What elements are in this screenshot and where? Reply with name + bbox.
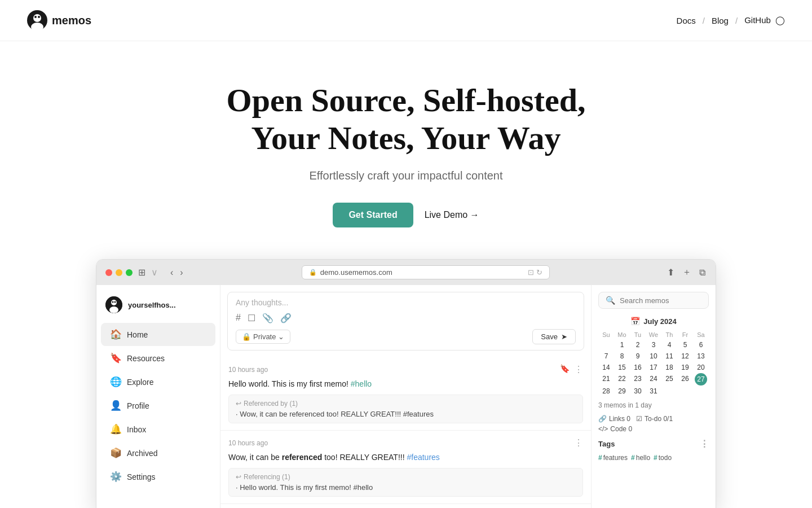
hashtag-button[interactable]: # (236, 313, 241, 323)
nav-sep-1: / (703, 16, 705, 25)
github-icon: ◯ (775, 15, 785, 25)
memo-ref-header: ↩ Referencing (1) (236, 473, 576, 481)
reader-icon: ⊡ ↻ (528, 268, 542, 277)
calendar-day-headers: Su Mo Tu We Th Fr Sa (598, 330, 709, 339)
svg-point-3 (34, 16, 37, 18)
address-text: demo.usememos.com (320, 268, 392, 277)
back-button[interactable]: ‹ (168, 266, 175, 279)
hero-buttons: Get Started Live Demo → (11, 203, 801, 227)
share-button[interactable]: ⬆ (666, 265, 676, 279)
memo-ref-text: · Hello world. This is my first memo! #h… (236, 483, 576, 492)
sidebar-label-resources: Resources (127, 354, 165, 363)
calendar-week-5: 28 29 30 31 (598, 386, 709, 397)
username-label: yourselfhos... (128, 301, 176, 309)
browser-chrome: ⊞ ∨ ‹ › 🔒 demo.usememos.com ⊡ ↻ ⬆ ＋ ⧉ (96, 260, 716, 285)
new-tab-button[interactable]: ＋ (681, 265, 692, 279)
bookmark-icon[interactable]: 🔖 (560, 364, 570, 375)
more-options-icon[interactable]: ⋮ (574, 437, 583, 448)
hero-subtitle: Effortlessly craft your impactful conten… (11, 169, 801, 182)
composer-placeholder: Any thoughts... (236, 298, 576, 307)
memo-meta: 10 hours ago 🔖 ⋮ (228, 364, 583, 375)
sidebar-label-settings: Settings (127, 472, 156, 481)
resources-icon: 🔖 (110, 352, 121, 364)
browser-actions: ⬆ ＋ ⧉ (666, 265, 707, 279)
memo-composer[interactable]: Any thoughts... # ☐ 📎 🔗 🔒 Private ⌄ (227, 292, 584, 351)
browser-wrapper: ⊞ ∨ ‹ › 🔒 demo.usememos.com ⊡ ↻ ⬆ ＋ ⧉ (85, 259, 727, 508)
sidebar-label-inbox: Inbox (127, 425, 146, 434)
sidebar-item-resources[interactable]: 🔖 Resources (101, 347, 215, 370)
cal-info: 🔗 Links 0 ☑ To-do 0/1 </> Code 0 (598, 415, 709, 433)
sidebar-nav: 🏠 Home 🔖 Resources 🌐 Explore 👤 Profile (96, 323, 220, 488)
browser-nav-btns: ‹ › (168, 266, 186, 279)
more-options-icon[interactable]: ⋮ (574, 364, 583, 375)
sidebar-item-explore[interactable]: 🌐 Explore (101, 370, 215, 393)
tag-todo[interactable]: # todo (654, 454, 672, 462)
checkbox-button[interactable]: ☐ (248, 313, 255, 323)
calendar-grid: Su Mo Tu We Th Fr Sa 1 2 3 4 5 (598, 330, 709, 397)
sidebar-item-profile[interactable]: 👤 Profile (101, 394, 215, 417)
link-button[interactable]: 🔗 (280, 313, 292, 323)
logo-icon (27, 10, 47, 30)
calendar-icon: 📅 (630, 317, 640, 326)
hero-section: Open Source, Self-hosted, Your Notes, Yo… (0, 41, 812, 259)
memo-item: 10 hours ago ⋮ Wow, it can be referenced… (220, 431, 591, 504)
nav-docs[interactable]: Docs (677, 16, 696, 25)
memo-actions: 🔖 ⋮ (560, 364, 583, 375)
sidebar-item-settings[interactable]: ⚙️ Settings (101, 465, 215, 488)
calendar-week-3: 14 15 16 17 18 19 20 (598, 362, 709, 373)
main-content: Any thoughts... # ☐ 📎 🔗 🔒 Private ⌄ (220, 285, 592, 508)
sidebar-toggle-button[interactable]: ⊞ (138, 267, 145, 278)
right-panel: 🔍 📅 July 2024 Su Mo Tu We Th Fr Sa (592, 285, 716, 508)
sidebar-item-archived[interactable]: 📦 Archived (101, 441, 215, 465)
settings-icon: ⚙️ (110, 471, 121, 483)
traffic-light-green[interactable] (126, 269, 133, 276)
visibility-label: Private (253, 332, 276, 341)
save-button[interactable]: Save ➤ (532, 329, 576, 344)
memo-item: 10 hours ago 🔖 ⋮ Hello world. This is my… (220, 357, 591, 431)
memo-ref-box: ↩ Referencing (1) · Hello world. This is… (228, 468, 583, 497)
get-started-button[interactable]: Get Started (333, 203, 413, 227)
memo-time: 10 hours ago (228, 439, 268, 447)
calendar-week-2: 7 8 9 10 11 12 13 (598, 351, 709, 362)
tags-header: Tags ⋮ (598, 439, 709, 449)
chevron-icon: ⌄ (278, 332, 284, 341)
calendar-week-4: 21 22 23 24 25 26 27 (598, 373, 709, 386)
tab-overview-button[interactable]: ⧉ (698, 265, 707, 279)
memo-ref-header: ↩ Referenced by (1) (236, 400, 576, 408)
tags-more-icon[interactable]: ⋮ (700, 439, 709, 449)
sidebar-user: yourselfhos... (96, 292, 220, 322)
forward-button[interactable]: › (178, 266, 185, 279)
tags-list: # features # hello # todo (598, 454, 709, 462)
sidebar-item-home[interactable]: 🏠 Home (101, 323, 215, 346)
attachment-button[interactable]: 📎 (262, 313, 273, 323)
archived-icon: 📦 (110, 447, 121, 459)
nav-blog[interactable]: Blog (712, 16, 729, 25)
sidebar: yourselfhos... 🏠 Home 🔖 Resources 🌐 Expl… (96, 285, 220, 508)
top-nav: memos Docs / Blog / GitHub ◯ (0, 0, 812, 41)
sidebar-item-inbox[interactable]: 🔔 Inbox (101, 418, 215, 441)
visibility-selector[interactable]: 🔒 Private ⌄ (236, 330, 290, 344)
memo-ref-box: ↩ Referenced by (1) · Wow, it can be ref… (228, 395, 583, 423)
logo-text: memos (52, 14, 91, 27)
lock-small-icon: 🔒 (242, 332, 251, 341)
sidebar-label-archived: Archived (127, 449, 157, 458)
search-bar[interactable]: 🔍 (598, 292, 709, 309)
browser-mockup: ⊞ ∨ ‹ › 🔒 demo.usememos.com ⊡ ↻ ⬆ ＋ ⧉ (96, 259, 716, 508)
svg-point-8 (112, 301, 114, 303)
nav-github[interactable]: GitHub ◯ (744, 15, 785, 25)
tag-features[interactable]: # features (598, 454, 628, 462)
composer-toolbar: # ☐ 📎 🔗 (236, 313, 576, 323)
live-demo-button[interactable]: Live Demo → (425, 210, 479, 220)
logo[interactable]: memos (27, 10, 91, 30)
hero-title: Open Source, Self-hosted, Your Notes, Yo… (11, 82, 801, 157)
search-input[interactable] (620, 296, 701, 305)
memo-time: 10 hours ago (228, 366, 268, 374)
code-icon: </> (598, 425, 608, 433)
tag-hello[interactable]: # hello (631, 454, 650, 462)
address-bar[interactable]: 🔒 demo.usememos.com ⊡ ↻ (302, 265, 550, 279)
tags-label: Tags (598, 440, 615, 448)
traffic-light-yellow[interactable] (116, 269, 122, 276)
svg-point-4 (38, 16, 40, 18)
code-stat: </> Code 0 (598, 425, 632, 433)
traffic-light-red[interactable] (105, 269, 112, 276)
